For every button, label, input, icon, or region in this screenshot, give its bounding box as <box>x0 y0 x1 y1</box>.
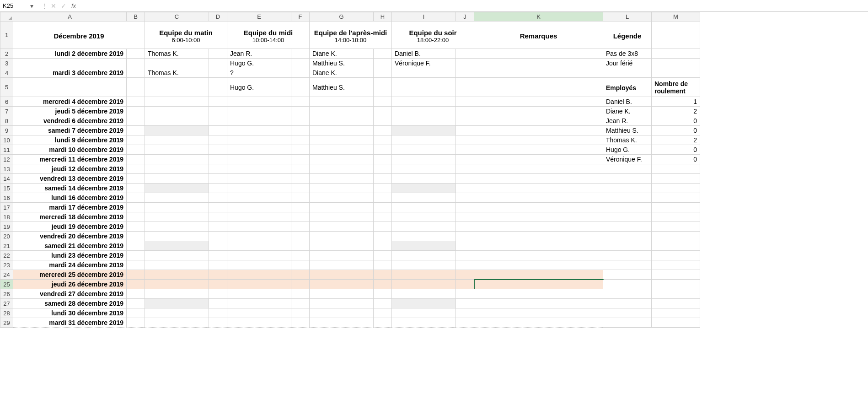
cell-K4[interactable] <box>474 68 603 78</box>
cell-L14[interactable] <box>603 174 652 184</box>
cell-B2[interactable] <box>127 49 145 59</box>
cell-L8[interactable]: Jean R. <box>603 116 652 126</box>
column-header-C[interactable]: C <box>145 12 209 22</box>
cell-G19[interactable] <box>310 222 374 232</box>
cell-D24[interactable] <box>209 270 227 280</box>
cell-E16[interactable] <box>227 193 291 203</box>
cell-A22[interactable]: lundi 23 décembre 2019 <box>13 251 127 260</box>
cell-J7[interactable] <box>456 107 474 116</box>
cell-F24[interactable] <box>291 270 310 280</box>
row-header-27[interactable]: 27 <box>0 299 13 308</box>
cell-K26[interactable] <box>474 289 603 299</box>
cell-A29[interactable]: mardi 31 décembre 2019 <box>13 318 127 328</box>
cell-B11[interactable] <box>127 145 145 155</box>
cell-F28[interactable] <box>291 308 310 318</box>
cell-H23[interactable] <box>374 260 392 270</box>
cell-G9[interactable] <box>310 126 374 135</box>
cell-I11[interactable] <box>392 145 456 155</box>
cell-G17[interactable] <box>310 203 374 212</box>
cell-K7[interactable] <box>474 107 603 116</box>
cell-E8[interactable] <box>227 116 291 126</box>
cell-G13[interactable] <box>310 164 374 174</box>
cell-D29[interactable] <box>209 318 227 328</box>
cell-L9[interactable]: Matthieu S. <box>603 126 652 135</box>
cell-I9[interactable] <box>392 126 456 135</box>
cell-L5[interactable]: Employés <box>603 78 652 97</box>
cell-I19[interactable] <box>392 222 456 232</box>
cell-A24[interactable]: mercredi 25 décembre 2019 <box>13 270 127 280</box>
cell-M21[interactable] <box>652 241 700 251</box>
cell-C1[interactable]: Equipe du matin6:00-10:00 <box>145 22 227 49</box>
cell-G7[interactable] <box>310 107 374 116</box>
cell-I29[interactable] <box>392 318 456 328</box>
cell-C5[interactable] <box>145 78 209 97</box>
cell-B5[interactable] <box>127 78 145 97</box>
cell-L1[interactable]: Légende <box>603 22 652 49</box>
cell-E9[interactable] <box>227 126 291 135</box>
cell-J2[interactable] <box>456 49 474 59</box>
cell-F4[interactable] <box>291 68 310 78</box>
row-header-7[interactable]: 7 <box>0 107 13 116</box>
cell-K14[interactable] <box>474 174 603 184</box>
cell-K25[interactable] <box>474 280 603 289</box>
cell-H15[interactable] <box>374 184 392 193</box>
cell-B22[interactable] <box>127 251 145 260</box>
cell-H18[interactable] <box>374 212 392 222</box>
cell-J12[interactable] <box>456 155 474 164</box>
cell-H5[interactable] <box>374 78 392 97</box>
cell-F18[interactable] <box>291 212 310 222</box>
row-header-15[interactable]: 15 <box>0 184 13 193</box>
cell-J5[interactable] <box>456 78 474 97</box>
cell-M10[interactable]: 2 <box>652 135 700 145</box>
cell-G27[interactable] <box>310 299 374 308</box>
cell-F3[interactable] <box>291 59 310 68</box>
cell-I4[interactable] <box>392 68 456 78</box>
cell-E22[interactable] <box>227 251 291 260</box>
column-header-E[interactable]: E <box>227 12 291 22</box>
cell-E1[interactable]: Equipe du midi10:00-14:00 <box>227 22 310 49</box>
cell-F29[interactable] <box>291 318 310 328</box>
cell-L15[interactable] <box>603 184 652 193</box>
cell-J26[interactable] <box>456 289 474 299</box>
cell-D10[interactable] <box>209 135 227 145</box>
cell-H19[interactable] <box>374 222 392 232</box>
row-header-16[interactable]: 16 <box>0 193 13 203</box>
cell-E2[interactable]: Jean R. <box>227 49 291 59</box>
cell-E10[interactable] <box>227 135 291 145</box>
cell-C20[interactable] <box>145 232 209 241</box>
cell-J4[interactable] <box>456 68 474 78</box>
cell-K8[interactable] <box>474 116 603 126</box>
cell-M6[interactable]: 1 <box>652 97 700 107</box>
cell-C10[interactable] <box>145 135 209 145</box>
cell-E21[interactable] <box>227 241 291 251</box>
cell-J25[interactable] <box>456 280 474 289</box>
name-box-dropdown-icon[interactable]: ▾ <box>27 2 36 10</box>
cell-C12[interactable] <box>145 155 209 164</box>
row-header-18[interactable]: 18 <box>0 212 13 222</box>
cell-J22[interactable] <box>456 251 474 260</box>
cell-B27[interactable] <box>127 299 145 308</box>
cell-C26[interactable] <box>145 289 209 299</box>
cell-D26[interactable] <box>209 289 227 299</box>
cell-G3[interactable]: Matthieu S. <box>310 59 374 68</box>
cell-I3[interactable]: Véronique F. <box>392 59 456 68</box>
cell-I22[interactable] <box>392 251 456 260</box>
cell-B19[interactable] <box>127 222 145 232</box>
cell-D28[interactable] <box>209 308 227 318</box>
cell-A5[interactable] <box>13 78 127 97</box>
row-header-9[interactable]: 9 <box>0 126 13 135</box>
cell-G2[interactable]: Diane K. <box>310 49 374 59</box>
cell-G15[interactable] <box>310 184 374 193</box>
cell-E25[interactable] <box>227 280 291 289</box>
cell-H16[interactable] <box>374 193 392 203</box>
cell-B14[interactable] <box>127 174 145 184</box>
row-header-14[interactable]: 14 <box>0 174 13 184</box>
cell-C17[interactable] <box>145 203 209 212</box>
cell-G18[interactable] <box>310 212 374 222</box>
cell-F8[interactable] <box>291 116 310 126</box>
cell-E17[interactable] <box>227 203 291 212</box>
cell-C14[interactable] <box>145 174 209 184</box>
cell-E23[interactable] <box>227 260 291 270</box>
cell-F14[interactable] <box>291 174 310 184</box>
cell-H28[interactable] <box>374 308 392 318</box>
